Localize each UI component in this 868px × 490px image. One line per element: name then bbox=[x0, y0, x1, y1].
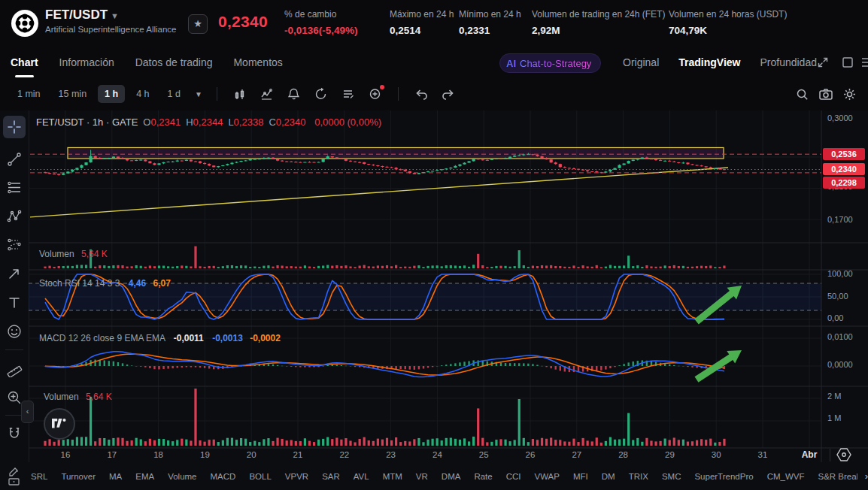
indicator-ema[interactable]: EMA bbox=[135, 472, 154, 481]
chat-to-strategy-label: Chat-to-Strategy bbox=[520, 58, 591, 69]
indicator-mtm[interactable]: MTM bbox=[383, 472, 402, 481]
chart-style-button[interactable] bbox=[229, 83, 251, 105]
chevron-left-icon: ‹ bbox=[26, 407, 29, 416]
redo-button[interactable] bbox=[437, 83, 460, 105]
order-list-button[interactable] bbox=[337, 83, 360, 105]
emoji-tool[interactable] bbox=[3, 320, 26, 343]
stat-value: -0,0136(-5,49%) bbox=[284, 25, 358, 36]
current-price-badge: 0,2340 bbox=[823, 163, 865, 175]
chat-to-strategy-button[interactable]: AI Chat-to-Strategy bbox=[499, 53, 601, 73]
add-indicator-button[interactable] bbox=[364, 83, 387, 105]
indicator-dma[interactable]: DMA bbox=[442, 472, 461, 481]
ohlc-key: O bbox=[143, 116, 150, 128]
favorite-star-button[interactable]: ★ bbox=[188, 14, 208, 34]
ai-badge-icon: AI bbox=[506, 58, 516, 69]
svg-text:24: 24 bbox=[432, 450, 442, 459]
horizontal-lines-tool[interactable] bbox=[3, 177, 26, 199]
panel-layout-icon[interactable] bbox=[842, 56, 854, 68]
indicator-scroll-next[interactable]: › bbox=[865, 470, 868, 482]
indicator-quickbar: SRLTurnoverMAEMAVolumeMACDBOLLVPVRSARAVL… bbox=[0, 462, 868, 490]
pattern-xabcd-tool[interactable] bbox=[3, 205, 26, 228]
stat-volumen-de-trading-en-24h-fet-: Volumen de trading en 24h (FET)2,92M bbox=[532, 9, 665, 37]
undo-button[interactable] bbox=[410, 83, 432, 105]
view-original[interactable]: Original bbox=[623, 56, 659, 68]
timeframe-4h[interactable]: 4 h bbox=[129, 85, 156, 103]
timezone-settings-icon[interactable] bbox=[836, 447, 852, 462]
ohlc-value: 0,2341 bbox=[150, 116, 181, 128]
tab-momentos[interactable]: Momentos bbox=[233, 56, 282, 68]
alert-bell-button[interactable] bbox=[283, 83, 305, 105]
volume-bottom-value: 5,64 K bbox=[86, 392, 112, 402]
chart-style-icon bbox=[233, 87, 246, 101]
svg-text:20: 20 bbox=[247, 450, 256, 459]
stat-m-nimo-en-24-h: Mínimo en 24 h0,2331 bbox=[459, 9, 521, 37]
indicator-vpvr[interactable]: VPVR bbox=[285, 472, 308, 481]
indicator-avl[interactable]: AVL bbox=[354, 472, 369, 481]
macd-signal-value: -0,0002 bbox=[250, 333, 281, 343]
indicator-smc[interactable]: SMC bbox=[662, 472, 681, 481]
indicator-srl[interactable]: SRL bbox=[31, 472, 47, 481]
indicator-turnover[interactable]: Turnover bbox=[61, 472, 96, 481]
search-icon[interactable] bbox=[796, 88, 809, 101]
axis-corner-divider bbox=[830, 449, 830, 461]
timeframe-1min[interactable]: 1 min bbox=[11, 85, 47, 103]
zoom-in-icon bbox=[6, 389, 23, 406]
camera-snapshot-icon[interactable] bbox=[819, 88, 833, 100]
tradingview-logo[interactable] bbox=[44, 408, 75, 440]
indicator-boll[interactable]: BOLL bbox=[249, 472, 271, 481]
indicator-sar[interactable]: SAR bbox=[322, 472, 340, 481]
indicator-mfi[interactable]: MFI bbox=[573, 472, 588, 481]
pair-selector[interactable]: FET/USDT▼ bbox=[45, 8, 119, 23]
magnet-tool[interactable] bbox=[3, 422, 26, 445]
chart-toolbar: 1 min15 min1 h4 h1 d▼ bbox=[0, 78, 868, 111]
chevron-down-icon: ▼ bbox=[111, 11, 119, 20]
indicator-vr[interactable]: VR bbox=[416, 472, 428, 481]
trendline-icon bbox=[6, 151, 23, 168]
tab-chart[interactable]: Chart bbox=[11, 56, 38, 68]
svg-text:25: 25 bbox=[479, 450, 489, 459]
measure-tool[interactable] bbox=[3, 358, 26, 380]
indicators-button[interactable] bbox=[256, 83, 278, 105]
timeframe-15min[interactable]: 15 min bbox=[52, 85, 94, 103]
token-full-name: Artificial Superintelligence Alliance bbox=[45, 25, 177, 34]
svg-text:Abr: Abr bbox=[802, 449, 818, 460]
indicator-ma[interactable]: MA bbox=[109, 472, 122, 481]
indicator-vwap[interactable]: VWAP bbox=[535, 472, 560, 481]
ohlc-value: 0,2340 bbox=[276, 116, 306, 128]
stat-value: 2,92M bbox=[532, 25, 560, 36]
position-projection-tool[interactable] bbox=[3, 234, 26, 256]
gear-settings-icon[interactable] bbox=[843, 88, 856, 101]
timeframe-1d[interactable]: 1 d bbox=[161, 85, 187, 103]
indicator-cci[interactable]: CCI bbox=[506, 472, 521, 481]
add-indicator-icon bbox=[369, 87, 381, 101]
menu-icon[interactable] bbox=[861, 56, 868, 68]
stat-m-ximo-en-24-h: Máximo en 24 h0,2514 bbox=[390, 9, 454, 37]
view-tradingview[interactable]: TradingView bbox=[678, 56, 740, 68]
timeframe-1h[interactable]: 1 h bbox=[98, 85, 125, 103]
tab-datos-de-trading[interactable]: Datos de trading bbox=[135, 56, 213, 68]
indicator-macd[interactable]: MACD bbox=[211, 472, 236, 481]
alert-bell-icon bbox=[287, 87, 300, 101]
stoch-k-value: 4,46 bbox=[129, 278, 146, 289]
view-profundidad[interactable]: Profundidad bbox=[760, 56, 817, 68]
text-tool[interactable] bbox=[3, 292, 26, 314]
indicator-dm[interactable]: DM bbox=[602, 472, 615, 481]
arrow-tool[interactable] bbox=[3, 262, 26, 285]
last-price: 0,2340 bbox=[218, 13, 268, 31]
panel-collapse-button[interactable]: ‹ bbox=[21, 401, 34, 423]
indicator-cm-wvf[interactable]: CM_WVF bbox=[767, 472, 805, 481]
crosshair-tool[interactable] bbox=[3, 116, 26, 138]
trendline-tool[interactable] bbox=[3, 148, 26, 171]
tab-informaci-n[interactable]: Información bbox=[59, 56, 114, 68]
indicator-supertrendpro[interactable]: SuperTrendPro bbox=[694, 472, 753, 481]
indicator-volume[interactable]: Volume bbox=[168, 472, 196, 481]
fullscreen-expand-icon[interactable] bbox=[817, 56, 829, 68]
ruler-icon bbox=[6, 361, 23, 377]
edit-indicators-icon[interactable] bbox=[7, 467, 22, 486]
toolbar-divider bbox=[398, 87, 399, 101]
indicator-rate[interactable]: Rate bbox=[474, 472, 492, 481]
indicator-s-r-breaks[interactable]: S&R Breaks bbox=[818, 472, 857, 481]
timeframe-dropdown-caret[interactable]: ▼ bbox=[192, 90, 205, 98]
indicator-trix[interactable]: TRIX bbox=[629, 472, 648, 481]
replay-button[interactable] bbox=[310, 83, 332, 105]
